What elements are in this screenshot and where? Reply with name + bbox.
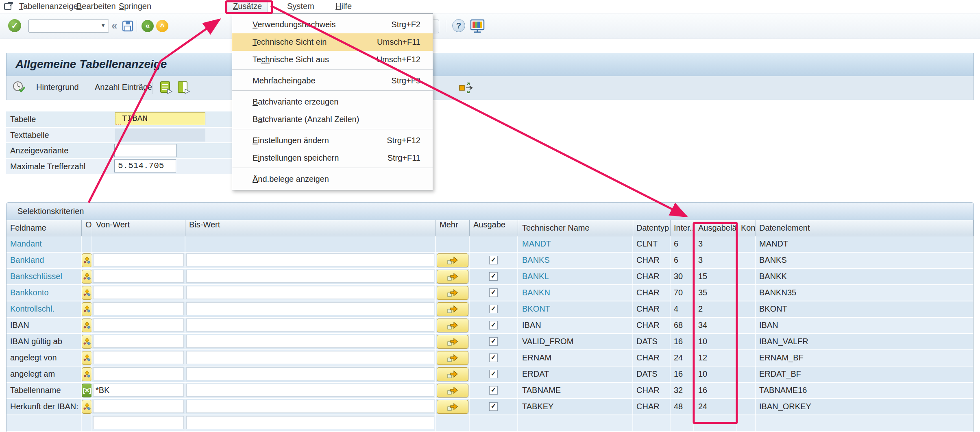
- menu-item-aend-belege-anzeigen[interactable]: Änd.belege anzeigen: [232, 170, 433, 188]
- output-checkbox[interactable]: ✓: [489, 256, 498, 264]
- menu-system[interactable]: System: [287, 2, 314, 11]
- bis-wert-input[interactable]: [186, 384, 434, 397]
- pattern-selection-button[interactable]: [✕]: [82, 384, 92, 397]
- menu-item-technische-sicht-ein[interactable]: Technische Sicht ein Umsch+F11: [232, 33, 433, 51]
- more-button[interactable]: [437, 286, 468, 300]
- more-button[interactable]: [437, 384, 468, 397]
- multiple-selection-button[interactable]: [82, 335, 92, 349]
- multiple-selection-button[interactable]: [82, 351, 92, 365]
- menu-item-shortcut: Strg+F11: [388, 149, 420, 167]
- von-wert-input[interactable]: [93, 286, 184, 299]
- back-button[interactable]: «: [142, 20, 154, 32]
- cell-technischer-name: VALID_FROM: [518, 334, 633, 349]
- menu-zusaetze[interactable]: Zusätze: [227, 0, 268, 13]
- multiple-selection-button[interactable]: [82, 319, 92, 332]
- output-checkbox[interactable]: ✓: [489, 305, 498, 313]
- multiple-selection-button[interactable]: [82, 253, 92, 267]
- more-button[interactable]: [437, 253, 468, 267]
- multiple-selection-button[interactable]: [82, 367, 92, 381]
- tabelle-input[interactable]: TIBAN: [115, 112, 205, 125]
- bis-wert-input[interactable]: [186, 253, 434, 266]
- partially-hidden-button[interactable]: [433, 20, 439, 33]
- menu-item-einstellungen-aendern[interactable]: Einstellungen ändern Strg+F12: [232, 132, 433, 149]
- hintergrund-button[interactable]: Hintergrund: [36, 83, 79, 92]
- bis-wert-input[interactable]: [186, 286, 434, 299]
- von-wert-input[interactable]: [93, 335, 184, 348]
- menu-tabellenanzeige[interactable]: Tabellenanzeige: [19, 2, 78, 11]
- von-wert-input[interactable]: [93, 319, 184, 332]
- more-button[interactable]: [437, 400, 468, 414]
- bis-wert-input[interactable]: [186, 302, 434, 315]
- menu-springen[interactable]: Springen: [119, 2, 151, 11]
- cell-datenelement: BKONT: [756, 301, 973, 317]
- menu-item-batchvariante-erzeugen[interactable]: Batchvariante erzeugen: [232, 93, 433, 111]
- maximale-trefferzahl-input[interactable]: 5.514.705: [114, 159, 176, 172]
- multiple-selection-button[interactable]: [82, 286, 92, 300]
- col-bis-wert: Bis-Wert: [185, 220, 436, 236]
- menu-item-technische-sicht-aus[interactable]: Technische Sicht aus Umsch+F12: [232, 51, 433, 68]
- output-checkbox[interactable]: ✓: [489, 321, 498, 329]
- bis-wert-input[interactable]: [186, 416, 434, 429]
- more-button[interactable]: [437, 351, 468, 365]
- von-wert-input[interactable]: [93, 416, 184, 429]
- bis-wert-input[interactable]: [186, 367, 434, 380]
- anzahl-eintraege-button[interactable]: Anzahl Einträge: [95, 83, 152, 92]
- enter-button[interactable]: ✓: [8, 19, 21, 32]
- menu-item-einstellungen-speichern[interactable]: Einstellungen speichern Strg+F11: [232, 149, 433, 167]
- menu-bearbeiten[interactable]: Bearbeiten: [76, 2, 116, 11]
- more-button[interactable]: [437, 302, 468, 316]
- cell-operator: [82, 253, 92, 268]
- col-datenelement: Datenelement: [756, 220, 973, 236]
- collapse-chevron-icon[interactable]: «: [111, 20, 117, 32]
- von-wert-input[interactable]: [93, 302, 184, 315]
- table-row: Herkunft der IBAN: S ✓ TABKEY CHAR 48 24…: [7, 399, 973, 415]
- chevron-down-icon[interactable]: ▼: [100, 22, 106, 28]
- more-button[interactable]: [437, 270, 468, 284]
- more-button[interactable]: [437, 367, 468, 381]
- output-checkbox[interactable]: ✓: [489, 370, 498, 378]
- von-wert-input[interactable]: [93, 367, 184, 380]
- von-wert-input[interactable]: *BK: [93, 384, 184, 397]
- von-wert-input[interactable]: [93, 400, 184, 413]
- output-checkbox[interactable]: ✓: [489, 402, 498, 411]
- output-checkbox[interactable]: ✓: [489, 288, 498, 297]
- command-field[interactable]: ▼: [28, 20, 109, 33]
- bis-wert-input[interactable]: [186, 351, 434, 364]
- bis-wert-input[interactable]: [186, 400, 434, 413]
- cell-bis-wert: [185, 334, 436, 349]
- execute-in-background-icon[interactable]: [12, 81, 26, 96]
- choose-entries-icon[interactable]: [160, 81, 172, 96]
- multiple-selection-button[interactable]: [82, 302, 92, 316]
- menu-item-verwendungsnachweis[interactable]: Verwendungsnachweis Strg+F2: [232, 16, 433, 33]
- menu-hilfe[interactable]: Hilfe: [335, 2, 352, 11]
- new-session-icon[interactable]: [470, 19, 485, 35]
- output-checkbox[interactable]: ✓: [489, 272, 498, 281]
- cell-ausgabelaenge: 12: [694, 350, 737, 366]
- output-checkbox[interactable]: ✓: [489, 386, 498, 395]
- bis-wert-input[interactable]: [186, 335, 434, 348]
- back-icon: «: [146, 21, 150, 30]
- selection-table: Mandant MANDT CLNT 6 3 MANDT Bankland ✓ …: [6, 236, 974, 432]
- von-wert-input[interactable]: [93, 253, 184, 266]
- menu-item-mehrfacheingabe[interactable]: Mehrfacheingabe Strg+F9: [232, 72, 433, 89]
- bis-wert-input[interactable]: [186, 319, 434, 332]
- anzeigevariante-input[interactable]: [114, 144, 176, 157]
- von-wert-input[interactable]: [93, 270, 184, 283]
- exit-button[interactable]: ^: [156, 20, 168, 32]
- multiple-selection-button[interactable]: [82, 270, 92, 284]
- expand-icon[interactable]: [458, 82, 474, 96]
- help-button[interactable]: ?: [452, 19, 465, 32]
- more-button[interactable]: [437, 335, 468, 349]
- bis-wert-input[interactable]: [186, 270, 434, 283]
- von-wert-input[interactable]: [93, 351, 184, 364]
- select-block-icon[interactable]: [178, 81, 190, 96]
- cell-technischer-name: ERDAT: [518, 367, 633, 382]
- multiple-selection-button[interactable]: [82, 400, 92, 414]
- more-button[interactable]: [437, 319, 468, 332]
- col-ausgabelaenge: Ausgabelänge: [694, 220, 737, 236]
- save-icon[interactable]: [122, 20, 133, 34]
- output-checkbox[interactable]: ✓: [489, 353, 498, 362]
- menu-item-batchvariante-anzahl-zeilen[interactable]: Batchvariante (Anzahl Zeilen): [232, 111, 433, 128]
- cell-technischer-name: BANKN: [518, 285, 633, 301]
- output-checkbox[interactable]: ✓: [489, 337, 498, 346]
